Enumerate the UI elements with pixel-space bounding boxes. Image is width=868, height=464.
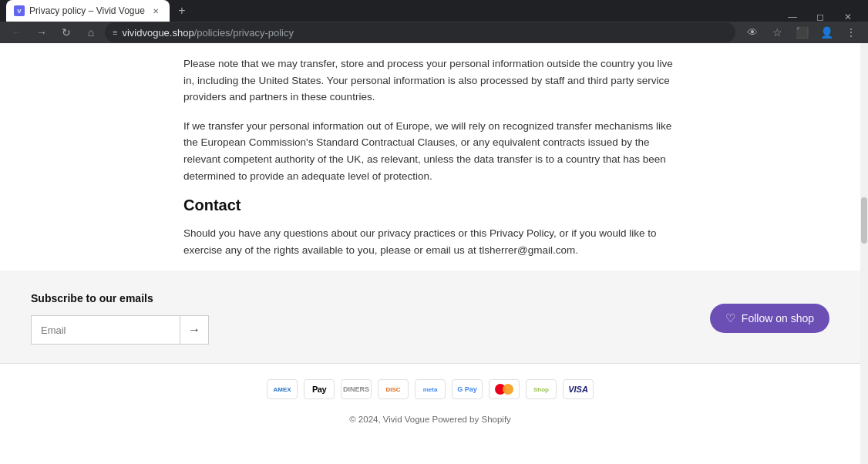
home-button[interactable]: ⌂ — [80, 22, 102, 43]
footer-payments: AMEX Pay DINERS DISC meta G Pay Shop VIS… — [0, 364, 860, 415]
payment-shop-pay: Shop — [526, 379, 557, 399]
subscribe-label: Subscribe to our emails — [31, 292, 209, 304]
follow-on-shop-button[interactable]: ♡ Follow on shop — [710, 304, 829, 333]
email-submit-button[interactable]: → — [180, 315, 209, 345]
tab-favicon: V — [14, 5, 25, 16]
tab-title: Privacy policy – Vivid Vogue — [29, 5, 145, 16]
window-controls: — ◻ ✕ — [782, 6, 859, 28]
payment-mastercard — [489, 379, 520, 399]
address-bar[interactable]: ≡ vividvogue.shop/policies/privacy-polic… — [105, 22, 735, 42]
browser-chrome: V Privacy policy – Vivid Vogue ✕ + ← → ↻… — [0, 0, 868, 43]
scrollbar-thumb[interactable] — [861, 197, 867, 244]
eye-off-icon[interactable]: 👁 — [742, 22, 763, 43]
payment-amex: AMEX — [267, 379, 298, 399]
scrollbar[interactable] — [860, 43, 868, 464]
contact-body: Should you have any questions about our … — [183, 225, 677, 258]
contact-heading: Contact — [183, 197, 677, 214]
footer-subscribe: Subscribe to our emails → ♡ Follow on sh… — [0, 271, 860, 363]
follow-shop-label: Follow on shop — [742, 312, 814, 324]
subscribe-left: Subscribe to our emails → — [31, 292, 209, 345]
active-tab[interactable]: V Privacy policy – Vivid Vogue ✕ — [6, 0, 170, 22]
paragraph-transfer: Please note that we may transfer, store … — [183, 55, 677, 106]
payment-meta: meta — [415, 379, 446, 399]
lock-icon: ≡ — [113, 28, 117, 37]
subscribe-form: → — [31, 315, 209, 345]
payment-apple-pay: Pay — [304, 379, 335, 399]
payment-visa: VISA — [563, 379, 594, 399]
tab-bar: V Privacy policy – Vivid Vogue ✕ + — [0, 0, 868, 22]
payment-google-pay: G Pay — [452, 379, 483, 399]
nav-bar: ← → ↻ ⌂ ≡ vividvogue.shop/policies/priva… — [0, 22, 868, 43]
copyright-text: © 2024, Vivid Vogue Powered by Shopify — [349, 415, 511, 424]
back-button[interactable]: ← — [6, 22, 28, 43]
tab-close-button[interactable]: ✕ — [150, 5, 162, 17]
heart-icon: ♡ — [725, 311, 735, 325]
subscribe-row: Subscribe to our emails → ♡ Follow on sh… — [31, 292, 829, 345]
close-button[interactable]: ✕ — [837, 6, 859, 28]
forward-button[interactable]: → — [31, 22, 52, 43]
follow-shop-right: ♡ Follow on shop — [710, 304, 829, 333]
email-input[interactable] — [31, 315, 180, 345]
article-body: Please note that we may transfer, store … — [153, 43, 708, 258]
restore-button[interactable]: ◻ — [809, 6, 831, 28]
main-area: Please note that we may transfer, store … — [0, 43, 860, 464]
new-tab-button[interactable]: + — [173, 2, 191, 20]
payment-diners: DINERS — [341, 379, 372, 399]
reload-button[interactable]: ↻ — [56, 22, 77, 43]
payment-discover: DISC — [378, 379, 409, 399]
url-text: vividvogue.shop/policies/privacy-policy — [122, 27, 294, 39]
page-content: Please note that we may transfer, store … — [0, 43, 868, 464]
footer-copyright: © 2024, Vivid Vogue Powered by Shopify — [0, 415, 860, 436]
paragraph-europe: If we transfer your personal information… — [183, 118, 677, 184]
minimize-button[interactable]: — — [782, 6, 803, 28]
